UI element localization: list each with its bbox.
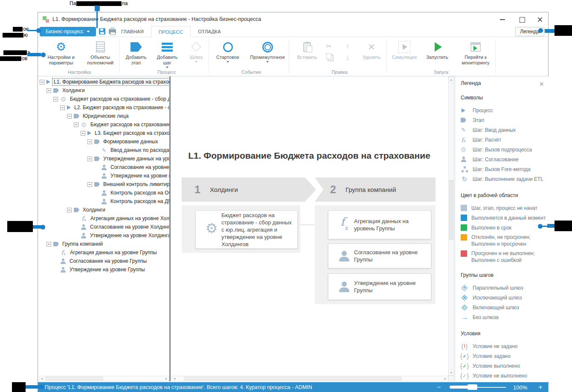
tree-item[interactable]: Утверждение данных на уровне компании (38, 154, 169, 163)
legend-item: Процесс (461, 105, 549, 115)
gateway-button[interactable]: Шлюз (184, 39, 209, 70)
zoom-slider-track[interactable] (450, 386, 469, 389)
collapse-icon[interactable] (87, 139, 92, 144)
settings-parameters-button[interactable]: Настройки и параметры (43, 39, 79, 70)
scrollbar-thumb[interactable] (45, 377, 103, 380)
collapse-icon[interactable] (53, 97, 58, 102)
tab-debug[interactable]: ОТЛАДКА (191, 26, 228, 37)
tree-item[interactable]: Группа компаний (38, 240, 169, 248)
start-event-button[interactable]: Стартовое (213, 39, 243, 70)
callout-main-menu: ое (13, 26, 29, 32)
tree-item-label: Ввод данных по расходам на страхование (109, 147, 169, 154)
canvas-horizontal-scrollbar[interactable]: ◄ ► (171, 376, 448, 381)
simulation-button[interactable]: Симуляция (389, 39, 419, 70)
step-card-confirmation[interactable]: Утверждение на уровне Группы (328, 273, 431, 300)
tree-item-label: Контроль расходов на ОСАГО (109, 189, 169, 196)
run-button[interactable]: Запустить (422, 39, 452, 70)
legend-item: Шаг: Вызов Fore-метода (461, 164, 549, 174)
save-icon[interactable] (99, 28, 105, 35)
tree-item[interactable]: Бюджет расходов на страхование - сбор да… (38, 95, 169, 103)
tree-item[interactable]: Юридические лица (38, 112, 169, 120)
zoom-slider-thumb[interactable] (467, 384, 477, 390)
tree-item[interactable]: Внешний контроль лимитируемых (38, 180, 169, 189)
legend-item-label: Выполняется в данный момент (471, 215, 546, 221)
minimize-button[interactable] (496, 15, 509, 24)
calc-icon (60, 249, 67, 256)
add-step-label: Добавить шаг (152, 55, 182, 66)
tree-item[interactable]: L1. Формирование Бюджета расходов на стр… (38, 78, 169, 86)
tree-item[interactable]: L3. Бюджет расходов на страхование (38, 129, 169, 137)
tree-item[interactable]: Согласование на уровне Холдинга (38, 223, 169, 231)
tree-item[interactable]: Холдинги (38, 86, 169, 95)
legend-item-label: Шаг: Согласование (473, 157, 519, 163)
collapse-icon[interactable] (40, 80, 44, 84)
collapse-icon[interactable] (67, 208, 72, 212)
tab-process[interactable]: ПРОЦЕСС (151, 26, 191, 38)
add-step-button[interactable]: Добавить шаг (152, 39, 182, 70)
diagram-title: L1. Формирование Бюджета расходов на стр… (181, 150, 437, 161)
tree-item[interactable]: Агрегация данных на уровне Холдинга (38, 214, 169, 223)
intermediate-event-button[interactable]: Промежуточное (248, 39, 287, 70)
collapse-icon[interactable] (81, 131, 85, 136)
scissors-icon[interactable] (326, 42, 331, 50)
legend-item: Шаг: Согласование (461, 154, 549, 164)
copy-icon[interactable] (326, 53, 331, 59)
tree-item-label: L3. Бюджет расходов на страхование (93, 130, 169, 136)
move-column (342, 42, 354, 62)
tree-item[interactable]: Согласование на уровне юр.лица (38, 163, 169, 171)
tree-item[interactable]: Утверждение на уровне юр.лица (38, 171, 169, 180)
step-card-subprocess[interactable]: Бюджет расходов на страхование - сбор да… (195, 210, 298, 249)
zoom-out-button[interactable] (435, 382, 443, 392)
tree-horizontal-scrollbar[interactable]: ◄ ► (39, 376, 169, 381)
add-stage-button[interactable]: Добавить этап (122, 39, 151, 70)
scrollbar-thumb[interactable] (449, 180, 453, 240)
tree-item[interactable]: Холдинги (38, 206, 169, 214)
step-card-aggregation[interactable]: Агрегация данных на уровень Группы (328, 210, 431, 239)
permission-objects-button[interactable]: Объекты полномочий (81, 39, 119, 70)
collapse-icon[interactable] (87, 182, 92, 187)
tree-item[interactable]: Контроль расходов на ДМС (38, 197, 169, 206)
collapse-icon[interactable] (67, 114, 72, 119)
title-bar[interactable]: L1. Формирование Бюджета расходов на стр… (38, 12, 548, 26)
zoom-in-button[interactable] (536, 382, 545, 392)
collapse-icon[interactable] (46, 88, 51, 93)
tree-item[interactable]: Утверждение на уровне Холдинга (38, 231, 169, 240)
legend-item-label: Шаг: Выполнение задачи ETL (473, 176, 543, 182)
collapse-icon[interactable] (60, 105, 65, 110)
step-card-approval[interactable]: Согласование на уровне Группы (328, 244, 431, 268)
business-process-menu-button[interactable]: Бизнес-процесс (40, 27, 96, 36)
tree-item-label: Утверждение данных на уровне компании (102, 155, 169, 162)
tree-item[interactable]: Контроль расходов на ОСАГО (38, 189, 169, 197)
stage-icon (74, 208, 79, 212)
status-bar: Процесс 'L1. Формирование Бюджета расход… (38, 382, 548, 392)
maximize-button[interactable] (516, 15, 528, 24)
delete-button[interactable]: Удалить (357, 39, 386, 70)
paste-button[interactable]: Вставить (292, 39, 322, 70)
move-down-icon[interactable] (346, 54, 350, 62)
close-button[interactable] (534, 15, 546, 24)
fore-method-icon (462, 166, 468, 172)
tab-main[interactable]: ГЛАВНАЯ (114, 26, 151, 37)
close-icon[interactable] (539, 80, 544, 89)
tree-item[interactable]: Агрегация данных на уровне Группы (38, 248, 169, 257)
scrollbar-thumb[interactable] (184, 377, 401, 380)
collapse-icon[interactable] (46, 242, 51, 247)
tree-item[interactable]: Бюджет расходов на страхование - формиро… (38, 120, 169, 129)
tree-item[interactable]: L2. Бюджет расходов на страхование - сбо… (38, 103, 169, 112)
vertical-scrollbar[interactable]: ▲ ▼ (448, 76, 454, 376)
move-up-icon[interactable] (346, 42, 350, 51)
stage-band-1[interactable]: 1 Холдинги (182, 177, 316, 202)
collapse-icon[interactable] (74, 122, 78, 127)
ribbon-tabs: ГЛАВНАЯ ПРОЦЕСС ОТЛАДКА (114, 26, 228, 37)
legend-item: Условие не выполнено (461, 371, 549, 380)
legend-item-label: Условие не задано (473, 343, 518, 349)
diagram-canvas[interactable]: L1. Формирование Бюджета расходов на стр… (171, 76, 448, 376)
tree-item[interactable]: Утверждение на уровне Группы (38, 265, 169, 274)
tree-item-label: Холдинги (81, 206, 107, 213)
stage-band-2[interactable]: 2 Группа компаний (315, 177, 436, 202)
tree-item[interactable]: Ввод данных по расходам на страхование (38, 146, 169, 154)
tree-item[interactable]: Формирование данных (38, 137, 169, 146)
go-to-monitoring-button[interactable]: Перейти к мониторингу (456, 39, 495, 70)
collapse-icon[interactable] (87, 157, 92, 161)
tree-item[interactable]: Согласование на уровне Группы (38, 257, 169, 265)
